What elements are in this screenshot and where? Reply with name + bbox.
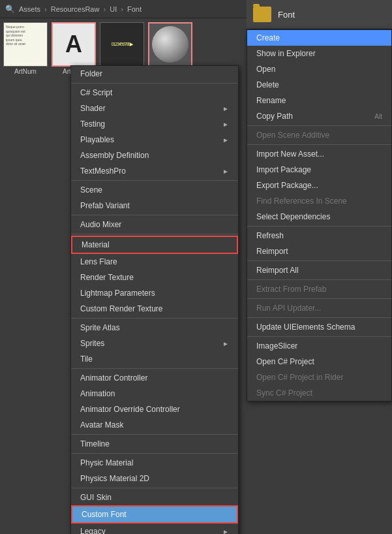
- menu-item-prefab[interactable]: Prefab Variant: [71, 198, 238, 213]
- menu-item-reimport[interactable]: Reimport: [247, 243, 391, 259]
- menu-item-scene[interactable]: Scene: [71, 182, 238, 198]
- number-display: 0123456789▶: [100, 23, 143, 66]
- context-menu-left: Folder C# Script Shader ► Testing ► Play…: [70, 65, 239, 534]
- menu-item-extractprefab[interactable]: Extract From Prefab: [247, 281, 391, 297]
- font-a-display: A: [53, 24, 95, 65]
- menu-item-rename[interactable]: Rename: [247, 93, 391, 108]
- menu-item-audio[interactable]: Audio Mixer: [71, 217, 238, 232]
- menu-item-tile[interactable]: Tile: [71, 351, 238, 367]
- menu-item-lightmap[interactable]: Lightmap Parameters: [71, 285, 238, 301]
- menu-item-openscene[interactable]: Open Scene Additive: [247, 127, 391, 143]
- separator-1: [71, 83, 238, 84]
- menu-item-lensflare[interactable]: Lens Flare: [71, 254, 238, 270]
- font-panel-header: Font: [247, 0, 392, 29]
- menu-item-physicmat[interactable]: Physic Material: [71, 455, 238, 471]
- thumb-box-3: [148, 22, 192, 67]
- right-separator-4: [247, 260, 391, 261]
- menu-item-updateuischema[interactable]: Update UIElements Schema: [247, 319, 391, 335]
- menu-item-testing[interactable]: Testing ►: [71, 116, 238, 132]
- menu-item-customrender[interactable]: Custom Render Texture: [71, 301, 238, 317]
- menu-item-sprites[interactable]: Sprites ►: [71, 336, 238, 351]
- menu-item-guiskin[interactable]: GUI Skin: [71, 490, 238, 505]
- copypath-shortcut: Alt: [374, 113, 382, 120]
- menu-item-animation[interactable]: Animation: [71, 386, 238, 401]
- menu-item-physicsmat2d[interactable]: Physics Material 2D: [71, 471, 238, 486]
- menu-item-timeline[interactable]: Timeline: [71, 436, 238, 452]
- thumb-box-0: Neque porroquisquam estqui doloremipsum …: [3, 22, 48, 67]
- breadcrumb-ui[interactable]: UI: [110, 5, 117, 13]
- menu-item-legacy[interactable]: Legacy ►: [71, 524, 238, 534]
- menu-item-importpackage[interactable]: Import Package: [247, 162, 391, 178]
- right-separator-5: [247, 279, 391, 280]
- menu-item-folder[interactable]: Folder: [71, 66, 238, 82]
- menu-item-opencsharp-rider[interactable]: Open C# Project in Rider: [247, 369, 391, 385]
- sphere-display: [152, 26, 188, 63]
- menu-item-reimportall[interactable]: Reimport All: [247, 262, 391, 278]
- menu-item-animoverride[interactable]: Animator Override Controller: [71, 401, 238, 417]
- font-folder-icon: [253, 7, 271, 22]
- thumb-box-1: A: [52, 22, 96, 67]
- right-separator-2: [247, 144, 391, 145]
- separator-2: [71, 180, 238, 181]
- font-panel-title: Font: [278, 10, 295, 20]
- menu-item-imageslicer[interactable]: ImageSlicer: [247, 338, 391, 354]
- menu-item-avatarmask[interactable]: Avatar Mask: [71, 417, 238, 433]
- menu-item-rendertexture[interactable]: Render Texture: [71, 270, 238, 285]
- thumb-label-0: ArtNum: [3, 68, 48, 75]
- separator-4: [71, 234, 238, 234]
- right-separator-8: [247, 336, 391, 337]
- thumb-item-0[interactable]: Neque porroquisquam estqui doloremipsum …: [3, 22, 48, 75]
- menu-item-importnew[interactable]: Import New Asset...: [247, 146, 391, 162]
- breadcrumb-font[interactable]: Font: [127, 5, 142, 13]
- menu-item-copypath[interactable]: Copy Path Alt: [247, 108, 391, 124]
- menu-item-refresh[interactable]: Refresh: [247, 228, 391, 243]
- menu-item-selectdep[interactable]: Select Dependencies: [247, 209, 391, 225]
- menu-item-textmeshpro[interactable]: TextMeshPro ►: [71, 163, 238, 179]
- menu-item-spriteatlas[interactable]: Sprite Atlas: [71, 320, 238, 336]
- context-menu-right: Create Show in Explorer Open Delete Rena…: [247, 29, 392, 401]
- menu-item-assembly[interactable]: Assembly Definition: [71, 148, 238, 163]
- menu-item-playables[interactable]: Playables ►: [71, 132, 238, 148]
- separator-8: [71, 453, 238, 454]
- menu-item-csharp[interactable]: C# Script: [71, 85, 238, 101]
- menu-item-runapidater[interactable]: Run API Updater...: [247, 300, 391, 316]
- menu-item-animcontroller[interactable]: Animator Controller: [71, 370, 238, 386]
- menu-item-showinexplorer[interactable]: Show in Explorer: [247, 46, 391, 61]
- separator-9: [71, 488, 238, 488]
- menu-item-create[interactable]: Create: [247, 30, 391, 46]
- menu-item-synccsharp[interactable]: Sync C# Project: [247, 385, 391, 401]
- menu-item-shader[interactable]: Shader ►: [71, 101, 238, 116]
- separator-5: [71, 318, 238, 319]
- right-separator-3: [247, 226, 391, 227]
- search-icon: 🔍: [5, 5, 15, 14]
- right-separator-7: [247, 317, 391, 318]
- menu-item-open[interactable]: Open: [247, 61, 391, 77]
- menu-item-findref[interactable]: Find References In Scene: [247, 193, 391, 209]
- menu-item-delete[interactable]: Delete: [247, 77, 391, 93]
- text-content: Neque porroquisquam estqui doloremipsum …: [4, 23, 47, 66]
- breadcrumb-assets[interactable]: Assets: [19, 5, 40, 13]
- separator-7: [71, 434, 238, 435]
- breadcrumb-resourcesraw[interactable]: ResourcesRaw: [51, 5, 100, 13]
- right-separator-1: [247, 125, 391, 126]
- thumb-box-2: 0123456789▶: [100, 22, 144, 67]
- breadcrumb: Assets › ResourcesRaw › UI › Font: [19, 5, 142, 13]
- menu-item-material[interactable]: Material: [71, 236, 238, 254]
- separator-3: [71, 215, 238, 215]
- menu-item-exportpackage[interactable]: Export Package...: [247, 178, 391, 193]
- menu-item-customfont[interactable]: Custom Font: [71, 505, 238, 524]
- separator-6: [71, 368, 238, 369]
- menu-item-opencsharp[interactable]: Open C# Project: [247, 354, 391, 369]
- right-separator-6: [247, 298, 391, 299]
